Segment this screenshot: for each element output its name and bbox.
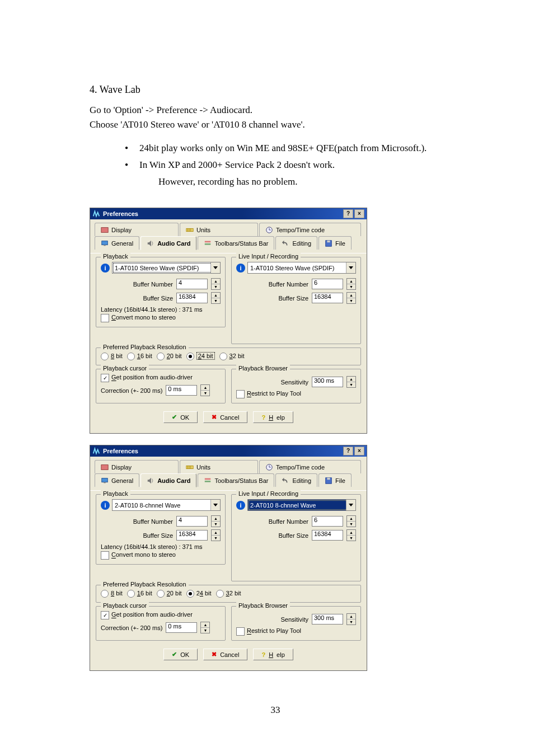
resolution-group: Preferred Playback Resolution 8 bit 16 b… [96, 585, 361, 603]
radio-16bit[interactable] [127, 590, 135, 598]
playback-device-value: 2-AT010 8-chnnel Wave [115, 502, 180, 509]
info-icon[interactable]: i [236, 264, 245, 273]
tab-toolbars[interactable]: Toolbars/Status Bar [198, 236, 274, 250]
cancel-button[interactable]: ✖Cancel [203, 649, 247, 660]
app-icon [92, 210, 100, 218]
get-position-label: et position from audio-driver [116, 374, 193, 381]
tab-tempo[interactable]: Tempo/Time code [259, 223, 361, 236]
tab-general[interactable]: General [95, 236, 139, 250]
title-bar[interactable]: Preferences ? × [90, 445, 367, 457]
get-position-checkbox[interactable]: ✓ [101, 374, 109, 382]
record-buffer-number-input[interactable]: 6 [312, 279, 343, 289]
close-title-button[interactable]: × [354, 209, 364, 218]
spinner[interactable]: ▲▼ [346, 529, 356, 541]
get-position-checkbox[interactable]: ✓ [101, 611, 109, 619]
buffer-number-label: Buffer Number [269, 518, 308, 525]
title-bar[interactable]: Preferences ? × [90, 208, 367, 219]
spinner[interactable]: ▲▼ [346, 292, 356, 304]
correction-input[interactable]: 0 ms [166, 385, 197, 396]
record-device-select[interactable]: 2-AT010 8-chnnel Wave [247, 499, 356, 511]
playback-device-select[interactable]: 2-AT010 8-chnnel Wave [112, 499, 221, 511]
playback-buffer-size-input[interactable]: 16384 [176, 293, 208, 303]
tab-display[interactable]: Display [95, 460, 179, 473]
tab-editing[interactable]: Editing [275, 236, 317, 250]
spinner[interactable]: ▲▼ [211, 515, 221, 527]
radio-24bit[interactable] [186, 353, 194, 360]
info-icon[interactable]: i [101, 501, 110, 510]
convert-mono-checkbox[interactable] [101, 551, 109, 560]
radio-8bit[interactable] [101, 353, 109, 360]
spinner[interactable]: ▲▼ [346, 613, 356, 625]
ok-label: OK [180, 414, 189, 421]
close-title-button[interactable]: × [354, 447, 364, 456]
dropdown-button[interactable] [210, 500, 220, 510]
help-button[interactable]: ?Help [253, 649, 293, 660]
tab-editing-label: Editing [292, 477, 311, 484]
cursor-group: Playback cursor ✓Get position from audio… [96, 369, 226, 403]
playback-buffer-number-input[interactable]: 4 [176, 516, 208, 527]
record-buffer-size-input[interactable]: 16384 [312, 293, 343, 303]
restrict-checkbox[interactable] [236, 627, 245, 636]
radio-32bit[interactable] [216, 590, 224, 598]
resolution-group-title: Preferred Playback Resolution [101, 344, 189, 350]
tab-toolbars[interactable]: Toolbars/Status Bar [198, 473, 274, 487]
spinner[interactable]: ▲▼ [211, 529, 221, 541]
tab-units[interactable]: Units [180, 223, 258, 236]
floppy-icon [325, 239, 332, 247]
radio-16bit[interactable] [127, 353, 135, 360]
tab-audio-card[interactable]: Audio Card [140, 236, 196, 250]
sensitivity-input[interactable]: 300 ms [312, 377, 343, 387]
ok-button[interactable]: ✔OK [163, 411, 198, 423]
question-icon: ? [261, 414, 265, 421]
correction-input[interactable]: 0 ms [166, 622, 197, 633]
title-text: Preferences [103, 210, 138, 217]
spinner[interactable]: ▲▼ [211, 278, 221, 290]
tab-editing[interactable]: Editing [275, 473, 317, 487]
radio-32bit[interactable] [219, 353, 227, 360]
tab-audio-card[interactable]: Audio Card [140, 473, 196, 487]
radio-20bit[interactable] [157, 590, 165, 598]
record-buffer-number-input[interactable]: 6 [312, 516, 343, 527]
tab-file[interactable]: File [318, 473, 352, 487]
info-icon[interactable]: i [101, 264, 110, 273]
spinner[interactable]: ▲▼ [200, 622, 210, 633]
spinner[interactable]: ▲▼ [346, 515, 356, 527]
cursor-group-title: Playback cursor [101, 365, 149, 372]
playback-buffer-size-input[interactable]: 16384 [176, 530, 208, 541]
convert-mono-checkbox[interactable] [101, 314, 109, 322]
sensitivity-input[interactable]: 300 ms [312, 614, 343, 624]
spinner[interactable]: ▲▼ [211, 292, 221, 304]
dropdown-button[interactable] [210, 262, 220, 273]
tab-general-label: General [111, 477, 133, 484]
dropdown-button[interactable] [346, 500, 355, 510]
help-button[interactable]: ?HHelpelp [253, 411, 293, 423]
spinner[interactable]: ▲▼ [346, 278, 356, 290]
radio-20bit[interactable] [157, 353, 165, 360]
record-device-select[interactable]: 1-AT010 Stereo Wave (SPDIF) [247, 262, 356, 274]
tab-general[interactable]: General [95, 473, 139, 487]
help-title-button[interactable]: ? [343, 209, 353, 218]
record-buffer-size-input[interactable]: 16384 [312, 530, 343, 541]
playback-buffer-number-input[interactable]: 4 [176, 279, 208, 289]
tab-units[interactable]: Units [180, 460, 258, 473]
info-icon[interactable]: i [236, 501, 245, 510]
svg-rect-8 [102, 241, 108, 245]
latency-text: Latency (16bit/44.1k stereo) : 371 ms [101, 306, 221, 313]
spinner[interactable]: ▲▼ [200, 384, 210, 396]
playback-device-select[interactable]: 1-AT010 Stereo Wave (SPDIF) [112, 262, 221, 274]
help-title-button[interactable]: ? [343, 447, 353, 456]
tab-tempo[interactable]: Tempo/Time code [259, 460, 361, 473]
ok-button[interactable]: ✔OK [163, 649, 198, 660]
tab-units-label: Units [196, 464, 210, 471]
cancel-button[interactable]: ✖Cancel [203, 411, 247, 423]
spinner[interactable]: ▲▼ [346, 376, 356, 388]
dropdown-button[interactable] [346, 262, 355, 273]
restrict-checkbox[interactable] [236, 390, 245, 398]
tabs-row-1: Display Units Tempo/Time code [90, 457, 367, 473]
section-title: 4. Wave Lab [90, 84, 461, 96]
tab-display[interactable]: Display [95, 223, 179, 236]
radio-8bit[interactable] [101, 590, 109, 598]
tab-file[interactable]: File [318, 236, 352, 250]
radio-24bit[interactable] [186, 590, 194, 598]
ruler-icon [186, 463, 194, 471]
